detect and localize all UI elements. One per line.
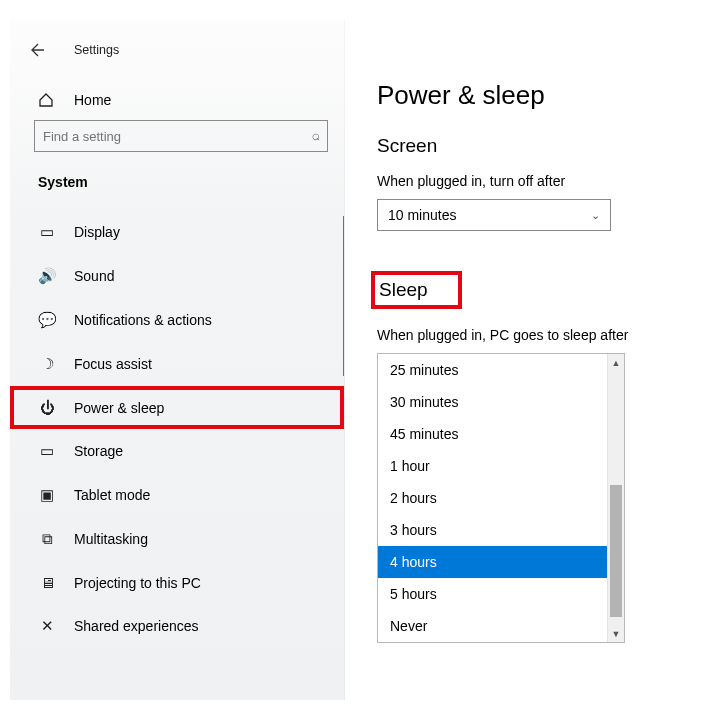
sleep-after-label: When plugged in, PC goes to sleep after	[377, 327, 710, 343]
sidebar-item-label: Multitasking	[74, 531, 148, 547]
sidebar-item-label: Notifications & actions	[74, 312, 212, 328]
sidebar-item-shared-experiences[interactable]: ✕Shared experiences	[10, 604, 344, 648]
main-pane: Power & sleep Screen When plugged in, tu…	[345, 20, 710, 700]
sidebar-item-label: Sound	[74, 268, 114, 284]
display-icon: ▭	[38, 223, 56, 241]
sleep-option[interactable]: Never	[378, 610, 624, 642]
sidebar-item-label: Focus assist	[74, 356, 152, 372]
screen-turnoff-value: 10 minutes	[388, 207, 456, 223]
section-header: System	[10, 152, 344, 198]
listbox-options: 25 minutes30 minutes45 minutes1 hour2 ho…	[378, 354, 624, 642]
tablet-mode-icon: ▣	[38, 486, 56, 504]
sleep-header-highlight: Sleep	[371, 271, 462, 309]
notifications-icon: 💬	[38, 311, 56, 329]
home-nav[interactable]: Home	[10, 76, 344, 120]
home-label: Home	[74, 92, 111, 108]
sleep-option[interactable]: 1 hour	[378, 450, 624, 482]
search-container: ⌕	[10, 120, 344, 152]
section-screen-header: Screen	[377, 135, 710, 157]
storage-icon: ▭	[38, 442, 56, 460]
section-sleep-header: Sleep	[379, 279, 428, 301]
sleep-option[interactable]: 3 hours	[378, 514, 624, 546]
sleep-option[interactable]: 2 hours	[378, 482, 624, 514]
sidebar-item-label: Projecting to this PC	[74, 575, 201, 591]
nav-list: ▭Display🔊Sound💬Notifications & actions☽F…	[10, 210, 344, 648]
back-arrow-icon	[28, 42, 44, 58]
page-title: Power & sleep	[377, 80, 710, 111]
sidebar-item-focus-assist[interactable]: ☽Focus assist	[10, 342, 344, 386]
back-button[interactable]	[24, 38, 48, 62]
projecting-icon: 🖥	[38, 574, 56, 591]
sidebar-item-multitasking[interactable]: ⧉Multitasking	[10, 517, 344, 561]
multitasking-icon: ⧉	[38, 530, 56, 548]
sidebar-item-projecting-to-this-pc[interactable]: 🖥Projecting to this PC	[10, 561, 344, 604]
shared-exp-icon: ✕	[38, 617, 56, 635]
sleep-after-listbox[interactable]: 25 minutes30 minutes45 minutes1 hour2 ho…	[377, 353, 625, 643]
sleep-option[interactable]: 4 hours	[378, 546, 624, 578]
focus-assist-icon: ☽	[38, 355, 56, 373]
scroll-down-arrow-icon[interactable]: ▼	[608, 625, 624, 642]
app-title: Settings	[74, 43, 119, 57]
home-icon	[38, 92, 56, 108]
settings-window: Settings Home ⌕ System ▭Display🔊Sound💬No…	[10, 20, 710, 700]
sound-icon: 🔊	[38, 267, 56, 285]
sidebar-item-label: Display	[74, 224, 120, 240]
power-sleep-icon: ⏻	[38, 399, 56, 416]
sleep-option[interactable]: 5 hours	[378, 578, 624, 610]
nav-scrollbar[interactable]	[343, 216, 344, 376]
topbar: Settings	[10, 38, 344, 76]
chevron-down-icon: ⌄	[591, 209, 600, 222]
sidebar-item-label: Power & sleep	[74, 400, 164, 416]
sidebar-item-power-sleep[interactable]: ⏻Power & sleep	[10, 386, 344, 429]
listbox-scrollbar[interactable]: ▲ ▼	[607, 354, 624, 642]
sleep-option[interactable]: 45 minutes	[378, 418, 624, 450]
scroll-thumb[interactable]	[610, 485, 622, 617]
screen-turnoff-label: When plugged in, turn off after	[377, 173, 710, 189]
sidebar-item-label: Tablet mode	[74, 487, 150, 503]
search-input[interactable]	[34, 120, 328, 152]
screen-turnoff-select[interactable]: 10 minutes ⌄	[377, 199, 611, 231]
sidebar-item-storage[interactable]: ▭Storage	[10, 429, 344, 473]
sleep-option[interactable]: 30 minutes	[378, 386, 624, 418]
sleep-option[interactable]: 25 minutes	[378, 354, 624, 386]
sidebar-item-label: Shared experiences	[74, 618, 199, 634]
sidebar: Settings Home ⌕ System ▭Display🔊Sound💬No…	[10, 20, 345, 700]
sidebar-item-label: Storage	[74, 443, 123, 459]
sidebar-item-notifications-actions[interactable]: 💬Notifications & actions	[10, 298, 344, 342]
sidebar-item-display[interactable]: ▭Display	[10, 210, 344, 254]
sidebar-item-tablet-mode[interactable]: ▣Tablet mode	[10, 473, 344, 517]
sidebar-item-sound[interactable]: 🔊Sound	[10, 254, 344, 298]
scroll-track[interactable]	[608, 371, 624, 625]
scroll-up-arrow-icon[interactable]: ▲	[608, 354, 624, 371]
